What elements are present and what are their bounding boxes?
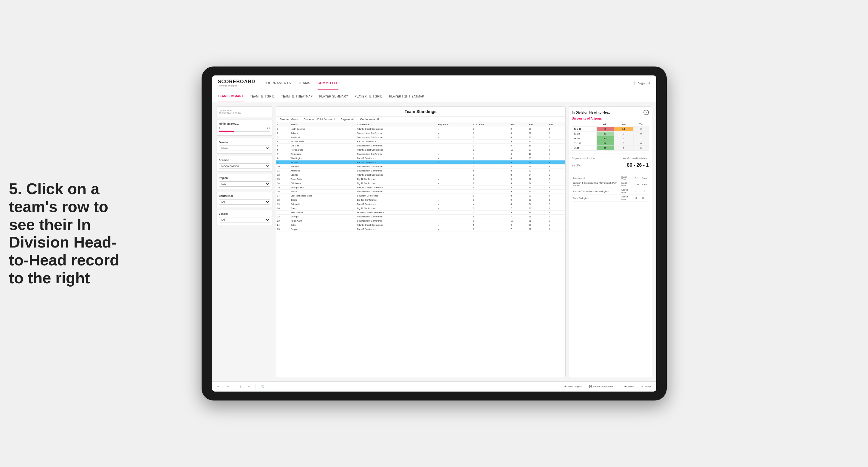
cell-reg: - bbox=[437, 190, 472, 194]
cell-reg: - bbox=[437, 127, 472, 131]
subnav-team-h2h-heatmap[interactable]: TEAM H2H HEATMAP bbox=[281, 92, 313, 101]
gender-select[interactable]: Men's Women's bbox=[219, 146, 270, 151]
table-row[interactable]: 7 Tennessee Southeastern Conference - 4 … bbox=[276, 152, 565, 156]
table-row[interactable]: 2 Auburn Southeastern Conference - 1 9 2… bbox=[276, 131, 565, 135]
h2h-range-label: 11-25 bbox=[572, 131, 597, 136]
undo-button[interactable]: ↩ bbox=[216, 384, 221, 389]
cell-reg: - bbox=[437, 177, 472, 181]
table-row[interactable]: 25 Oregon Pac-12 Conference - 7 7 21 0 bbox=[276, 227, 565, 231]
save-custom-button[interactable]: 💾 Save Custom View bbox=[587, 384, 615, 389]
subnav-player-summary[interactable]: PLAYER SUMMARY bbox=[319, 92, 348, 101]
school-select[interactable]: (All) bbox=[219, 217, 270, 222]
copy-button[interactable]: ⎘ bbox=[238, 384, 243, 389]
subnav-team-h2h-grid[interactable]: TEAM H2H GRID bbox=[250, 92, 275, 101]
table-row[interactable]: 12 Virginia Atlantic Coast Conference - … bbox=[276, 173, 565, 177]
nav-links: TOURNAMENTS TEAMS COMMITTEE bbox=[264, 76, 634, 90]
cell-conf: Pac-12 Conference bbox=[356, 156, 437, 160]
table-row[interactable]: 10 Alabama Southeastern Conference - 5 8… bbox=[276, 165, 565, 169]
table-row[interactable]: 6 Florida State Atlantic Coast Conferenc… bbox=[276, 148, 565, 152]
table-row[interactable]: 8 Washington Pac-12 Conference - 2 8 23 … bbox=[276, 156, 565, 160]
table-row[interactable]: 5 Ole Miss Southeastern Conference - 3 6… bbox=[276, 144, 565, 148]
tourney-col-score: Score bbox=[641, 175, 649, 181]
nav-committee[interactable]: COMMITTEE bbox=[317, 76, 339, 90]
cell-conf: Southeastern Conference bbox=[356, 190, 437, 194]
cell-rds: 6 bbox=[509, 144, 527, 148]
nav-teams[interactable]: TEAMS bbox=[298, 76, 310, 90]
table-row[interactable]: 14 Oklahoma Big 12 Conference - 2 9 24 2 bbox=[276, 181, 565, 186]
cell-school: East Tennessee State bbox=[289, 194, 356, 198]
cell-cr: 3 bbox=[472, 139, 509, 144]
nav-tournaments[interactable]: TOURNAMENTS bbox=[264, 76, 291, 90]
h2h-row: 11-25 11 8 0 bbox=[572, 131, 649, 136]
toolbar-sep-2 bbox=[255, 384, 256, 389]
table-row[interactable]: 18 Illinois Big Ten Conference - 1 9 23 … bbox=[276, 198, 565, 202]
cell-conf: Southern Conference bbox=[356, 194, 437, 198]
table-row[interactable]: 16 Florida Southeastern Conference - 7 9… bbox=[276, 190, 565, 194]
table-row[interactable]: 15 Georgia Tech Atlantic Coast Conferenc… bbox=[276, 186, 565, 190]
subnav-player-h2h-grid[interactable]: PLAYER H2H GRID bbox=[354, 92, 382, 101]
h2h-range-label: 51-100 bbox=[572, 141, 597, 146]
divider-2 bbox=[572, 172, 649, 173]
cell-school: Arkansas bbox=[289, 169, 356, 173]
cell-conf: Big 12 Conference bbox=[356, 181, 437, 186]
cell-school: Texas bbox=[289, 206, 356, 211]
table-row[interactable]: 9 Arizona Pac-12 Conference - 2 8 23 3 bbox=[276, 160, 565, 165]
region-select[interactable]: N/A bbox=[219, 181, 270, 187]
subnav-team-summary[interactable]: TEAM SUMMARY bbox=[218, 92, 244, 101]
cell-num: 19 bbox=[276, 202, 289, 206]
view-original-button[interactable]: 👁 View: Original bbox=[562, 384, 584, 389]
h2h-row: Top 10 3 13 0 bbox=[572, 127, 649, 131]
subnav-player-h2h-heatmap[interactable]: PLAYER H2H HEATMAP bbox=[389, 92, 424, 101]
cell-num: 23 bbox=[276, 219, 289, 223]
bottom-toolbar: ↩ ↪ ⎘ ⧉ 🕐 👁 View: Original 💾 Save Custom… bbox=[212, 381, 656, 392]
main-content: Update time: 27/03/2024 16:56:26 Minimum… bbox=[212, 102, 656, 381]
table-row[interactable]: 11 Arkansas Southeastern Conference - 6 … bbox=[276, 169, 565, 173]
cell-conf: Southeastern Conference bbox=[356, 165, 437, 169]
cell-conf: Big 12 Conference bbox=[356, 206, 437, 211]
tourney-score: 17 bbox=[641, 195, 649, 201]
cell-num: 25 bbox=[276, 227, 289, 231]
paste-button[interactable]: ⧉ bbox=[247, 384, 252, 389]
cell-win: 1 bbox=[548, 219, 565, 223]
h2h-col-tie: Tie bbox=[633, 122, 649, 127]
table-row[interactable]: 17 East Tennessee State Southern Confere… bbox=[276, 194, 565, 198]
watch-button[interactable]: 👁 Watch bbox=[623, 384, 636, 389]
min-rounds-slider[interactable] bbox=[219, 131, 270, 132]
table-row[interactable]: 20 Texas Big 12 Conference - 3 7 20 0 bbox=[276, 206, 565, 211]
table-row[interactable]: 3 Vanderbilt Southeastern Conference - 2… bbox=[276, 135, 565, 139]
table-row[interactable]: 24 Duke Atlantic Coast Conference - 5 9 … bbox=[276, 223, 565, 227]
table-row[interactable]: 23 Texas A&M Southeastern Conference - 9… bbox=[276, 219, 565, 223]
conference-filter: Conference (All) bbox=[216, 192, 273, 207]
cell-cr: 3 bbox=[472, 173, 509, 177]
cell-tour: 24 bbox=[527, 181, 547, 186]
cell-conf: Southeastern Conference bbox=[356, 135, 437, 139]
table-row[interactable]: 21 New Mexico Mountain West Conference -… bbox=[276, 211, 565, 215]
table-scroll[interactable]: # School Conference Reg Rank Conf Rank R… bbox=[276, 122, 565, 377]
h2h-close-button[interactable]: ✕ bbox=[644, 110, 649, 115]
sign-out[interactable]: Sign out bbox=[634, 82, 650, 85]
cell-win: 2 bbox=[548, 211, 565, 215]
table-row[interactable]: 4 Arizona State Pac-12 Conference - 3 9 … bbox=[276, 139, 565, 144]
h2h-tie-cell: 0 bbox=[633, 141, 649, 146]
cell-tour: 20 bbox=[527, 206, 547, 211]
division-select[interactable]: NCAA Division I NCAA Division II NCAA Di… bbox=[219, 163, 270, 169]
cell-win: 2 bbox=[548, 181, 565, 186]
cell-num: 5 bbox=[276, 144, 289, 148]
cell-tour: 27 bbox=[527, 223, 547, 227]
table-row[interactable]: 22 Georgia Southeastern Conference - 8 7… bbox=[276, 215, 565, 219]
cell-reg: - bbox=[437, 206, 472, 211]
conference-select[interactable]: (All) bbox=[219, 199, 270, 205]
table-row[interactable]: 19 California Pac-12 Conference - 4 8 24… bbox=[276, 202, 565, 206]
redo-button[interactable]: ↪ bbox=[225, 384, 230, 389]
h2h-table: Win Loss Tie Top 10 3 13 0 11-25 11 8 0 … bbox=[572, 122, 649, 151]
cell-num: 20 bbox=[276, 206, 289, 211]
table-row[interactable]: 13 Texas Tech Big 12 Conference - 1 9 27… bbox=[276, 177, 565, 181]
cell-reg: - bbox=[437, 202, 472, 206]
clock-button[interactable]: 🕐 bbox=[259, 384, 266, 389]
cell-tour: 23 bbox=[527, 198, 547, 202]
share-button[interactable]: ↗ Share bbox=[640, 384, 652, 389]
logo-sub: Powered by clippd bbox=[218, 84, 255, 87]
cell-cr: 7 bbox=[472, 227, 509, 231]
cell-school: Illinois bbox=[289, 198, 356, 202]
table-row[interactable]: 1 North Carolina Atlantic Coast Conferen… bbox=[276, 127, 565, 131]
